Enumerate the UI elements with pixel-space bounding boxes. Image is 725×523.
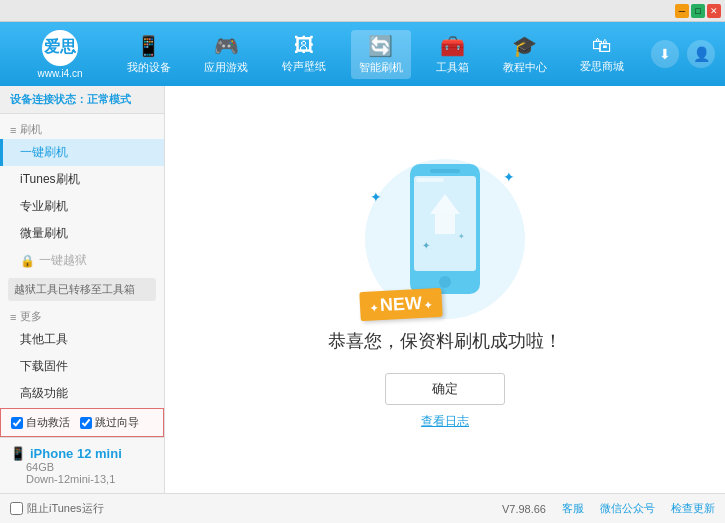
sidebar-item-one-click[interactable]: 一键刷机	[0, 139, 164, 166]
sidebar-jailbreak-section: 🔒 一键越狱	[0, 247, 164, 274]
logo-icon: 爱思	[42, 30, 78, 66]
svg-point-3	[439, 276, 451, 288]
sidebar-item-other-tools[interactable]: 其他工具	[0, 326, 164, 353]
sidebar-item-itunes[interactable]: iTunes刷机	[0, 166, 164, 193]
confirm-button[interactable]: 确定	[385, 373, 505, 405]
sidebar-section-more: ≡ 更多	[0, 305, 164, 326]
jailbreak-notice: 越狱工具已转移至工具箱	[8, 278, 156, 301]
sidebar: 设备连接状态：正常模式 ≡ 刷机 一键刷机 iTunes刷机 专业刷机 微量刷机…	[0, 86, 165, 493]
more-section-icon: ≡	[10, 311, 16, 323]
toolbox-icon: 🧰	[440, 34, 465, 58]
mall-label: 爱思商城	[580, 59, 624, 74]
sidebar-item-pro-flash[interactable]: 专业刷机	[0, 193, 164, 220]
auto-save-label: 自动救活	[26, 415, 70, 430]
auto-save-input[interactable]	[11, 417, 23, 429]
smart-flash-label: 智能刷机	[359, 60, 403, 75]
nav-item-my-device[interactable]: 📱 我的设备	[119, 30, 179, 79]
nav-item-wallpaper[interactable]: 🖼 铃声壁纸	[274, 30, 334, 78]
device-storage: 64GB	[10, 461, 154, 473]
tutorials-icon: 🎓	[512, 34, 537, 58]
sparkle-2: ✦	[370, 189, 382, 205]
account-button[interactable]: 👤	[687, 40, 715, 68]
svg-text:✦: ✦	[422, 240, 430, 251]
version-text: V7.98.66	[502, 503, 546, 515]
wallpaper-label: 铃声壁纸	[282, 59, 326, 74]
sidebar-item-data-preserve[interactable]: 微量刷机	[0, 220, 164, 247]
bottom-right: V7.98.66 客服 微信公众号 检查更新	[502, 501, 715, 516]
apps-icon: 🎮	[214, 34, 239, 58]
success-message: 恭喜您，保资料刷机成功啦！	[328, 329, 562, 353]
checkbox-row: 自动救活 跳过向导	[0, 408, 164, 437]
nav-item-tutorials[interactable]: 🎓 教程中心	[495, 30, 555, 79]
bottom-left: 阻止iTunes运行	[10, 501, 104, 516]
my-device-label: 我的设备	[127, 60, 171, 75]
sidebar-section-flash: ≡ 刷机	[0, 118, 164, 139]
close-button[interactable]: ✕	[707, 4, 721, 18]
sidebar-scroll: ≡ 刷机 一键刷机 iTunes刷机 专业刷机 微量刷机 🔒 一键越狱 越狱工具…	[0, 114, 164, 408]
phone-icon: 📱	[10, 446, 26, 461]
svg-rect-4	[430, 169, 460, 173]
itunes-label: 阻止iTunes运行	[27, 501, 104, 516]
apps-label: 应用游戏	[204, 60, 248, 75]
itunes-checkbox[interactable]: 阻止iTunes运行	[10, 501, 104, 516]
device-system: Down-12mini-13,1	[10, 473, 154, 485]
skip-wizard-checkbox[interactable]: 跳过向导	[80, 415, 139, 430]
tutorials-label: 教程中心	[503, 60, 547, 75]
content-area: ✦ ✦ NEW ✦ ✦ 恭喜您，保资料刷机成功啦！ 确定 查看日志	[165, 86, 725, 493]
smart-flash-icon: 🔄	[368, 34, 393, 58]
svg-text:✦: ✦	[458, 232, 465, 241]
nav-item-smart-flash[interactable]: 🔄 智能刷机	[351, 30, 411, 79]
support-link[interactable]: 客服	[562, 501, 584, 516]
connection-status: 设备连接状态：正常模式	[0, 86, 164, 114]
wechat-link[interactable]: 微信公众号	[600, 501, 655, 516]
top-nav: 爱思 www.i4.cn 📱 我的设备 🎮 应用游戏 🖼 铃声壁纸 🔄 智能刷机…	[0, 22, 725, 86]
nav-item-toolbox[interactable]: 🧰 工具箱	[428, 30, 477, 79]
skip-wizard-input[interactable]	[80, 417, 92, 429]
section-label: 刷机	[20, 122, 42, 137]
svg-rect-2	[416, 178, 444, 182]
nav-item-apps[interactable]: 🎮 应用游戏	[196, 30, 256, 79]
skip-wizard-label: 跳过向导	[95, 415, 139, 430]
sidebar-item-download-fw[interactable]: 下载固件	[0, 353, 164, 380]
title-bar: ─ □ ✕	[0, 0, 725, 22]
wallpaper-icon: 🖼	[294, 34, 314, 57]
itunes-checkbox-input[interactable]	[10, 502, 23, 515]
setup-guide-link[interactable]: 查看日志	[421, 413, 469, 430]
main-area: 设备连接状态：正常模式 ≡ 刷机 一键刷机 iTunes刷机 专业刷机 微量刷机…	[0, 86, 725, 493]
lock-icon: 🔒	[20, 254, 35, 268]
section-icon: ≡	[10, 124, 16, 136]
sparkle-1: ✦	[503, 169, 515, 185]
device-name: 📱 iPhone 12 mini	[10, 446, 154, 461]
more-section-label: 更多	[20, 309, 42, 324]
bottom-bar: 阻止iTunes运行 V7.98.66 客服 微信公众号 检查更新	[0, 493, 725, 523]
check-update-link[interactable]: 检查更新	[671, 501, 715, 516]
success-illustration: ✦ ✦ NEW ✦ ✦	[355, 149, 535, 329]
maximize-button[interactable]: □	[691, 4, 705, 18]
nav-item-mall[interactable]: 🛍 爱思商城	[572, 30, 632, 78]
device-panel: 📱 iPhone 12 mini 64GB Down-12mini-13,1	[0, 437, 164, 493]
nav-right: ⬇ 👤	[651, 40, 715, 68]
status-value: 正常模式	[87, 93, 131, 105]
toolbox-label: 工具箱	[436, 60, 469, 75]
sidebar-item-advanced[interactable]: 高级功能	[0, 380, 164, 407]
status-label: 设备连接状态：	[10, 93, 87, 105]
jailbreak-label: 一键越狱	[39, 252, 87, 269]
auto-save-checkbox[interactable]: 自动救活	[11, 415, 70, 430]
svg-rect-6	[435, 214, 455, 234]
new-badge: NEW	[359, 288, 442, 321]
mall-icon: 🛍	[592, 34, 612, 57]
download-button[interactable]: ⬇	[651, 40, 679, 68]
logo-area: 爱思 www.i4.cn	[10, 30, 110, 79]
logo-url: www.i4.cn	[37, 68, 82, 79]
nav-items: 📱 我的设备 🎮 应用游戏 🖼 铃声壁纸 🔄 智能刷机 🧰 工具箱 🎓 教程中心…	[110, 30, 641, 79]
my-device-icon: 📱	[136, 34, 161, 58]
minimize-button[interactable]: ─	[675, 4, 689, 18]
device-name-text: iPhone 12 mini	[30, 446, 122, 461]
